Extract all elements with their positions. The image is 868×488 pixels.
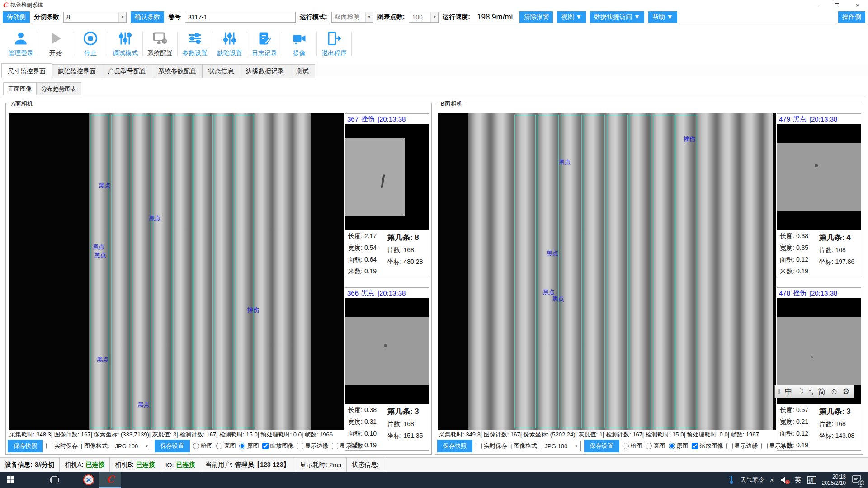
start-button[interactable]: 开始: [39, 30, 72, 57]
camera-a-stats-line: 采集耗时: 348.3ㅤ| 图像计数: 167ㅤ| 像素坐标: (333,713…: [9, 431, 333, 439]
drag-handle-icon[interactable]: ‖: [778, 388, 780, 395]
ime-chinese-mode-button[interactable]: 中: [785, 388, 793, 395]
task-view-button[interactable]: [43, 472, 65, 488]
show-strips-checkbox[interactable]: 显示条数: [332, 442, 363, 450]
defect-settings-button[interactable]: 缺陷设置: [213, 30, 246, 57]
zoom-image-checkbox[interactable]: 缩放图像: [262, 442, 294, 450]
image-format-select[interactable]: JPG 100▼: [542, 441, 581, 451]
close-button[interactable]: ×: [847, 0, 868, 10]
toolbar-divider: [351, 32, 352, 56]
defect-area: 0.12: [796, 430, 808, 437]
snipping-tool-taskbar-button[interactable]: [78, 472, 99, 488]
chart-points-combobox[interactable]: 100 ▼: [409, 12, 439, 23]
show-edge-checkbox[interactable]: 显示边缘: [297, 442, 329, 450]
vision-app-icon: C: [107, 474, 114, 485]
stop-button[interactable]: 停止: [74, 30, 107, 57]
chevron-down-icon[interactable]: ▼: [430, 12, 438, 22]
defect-card[interactable]: 366 黑点 |20:13:38 长度:0.38 宽度:0.31 面积:0.10…: [345, 287, 429, 451]
tab-defect-monitor[interactable]: 缺陷监控界面: [52, 64, 102, 78]
data-quick-access-menu-button[interactable]: 数据快捷访问 ▼: [590, 11, 644, 23]
defect-length: 0.38: [796, 232, 808, 239]
clear-alarm-button[interactable]: 清除报警: [519, 11, 553, 23]
tab-product-model-config[interactable]: 产品型号配置: [102, 64, 152, 78]
view-menu-button[interactable]: 视图 ▼: [557, 11, 586, 23]
weather-text[interactable]: 天气寒冷: [741, 476, 764, 484]
dark-image-radio[interactable]: 暗图: [623, 442, 642, 450]
camera-a-image[interactable]: 黑点 黑点 黑点 黑点 挫伤 黑点 黑点: [9, 113, 344, 430]
tab-edge-data-record[interactable]: 边缘数据记录: [240, 64, 290, 78]
ime-language-indicator[interactable]: 英: [795, 476, 802, 484]
defect-thumbnail: [345, 298, 429, 404]
roll-number-input[interactable]: [185, 12, 296, 23]
tab-distribution-trend-chart[interactable]: 分布趋势图表: [36, 82, 81, 95]
ime-simplified-button[interactable]: 简: [818, 388, 826, 395]
punctuation-mode-button[interactable]: °,: [808, 388, 814, 395]
tab-front-image[interactable]: 正面图像: [3, 82, 37, 95]
tab-test[interactable]: 测试: [290, 64, 315, 78]
image-format-select[interactable]: JPG 100▼: [113, 441, 151, 451]
maximize-button[interactable]: [826, 0, 847, 10]
save-settings-button[interactable]: 保存设置: [155, 440, 190, 452]
slit-count-combobox[interactable]: 8 ▼: [63, 12, 127, 23]
save-snapshot-button[interactable]: 保存快照: [8, 440, 43, 452]
defect-coord: 197.86: [835, 258, 854, 265]
realtime-save-checkbox[interactable]: 实时保存: [46, 442, 78, 450]
defect-type: 黑点: [793, 115, 807, 123]
help-menu-button[interactable]: 帮助 ▼: [648, 11, 677, 23]
tray-expand-chevron[interactable]: ∧: [770, 477, 774, 483]
pinyin-ime-icon[interactable]: 拼: [807, 476, 816, 484]
run-mode-combobox[interactable]: 双面检测 ▼: [331, 12, 373, 23]
param-settings-button[interactable]: 参数设置: [179, 30, 211, 57]
tab-system-param-config[interactable]: 系统参数配置: [152, 64, 203, 78]
volume-muted-icon[interactable]: ×: [780, 476, 789, 484]
camera-a-controls: 保存快照 实时保存 | 图像格式: JPG 100▼ 保存设置 暗图 亮图 原图…: [8, 440, 363, 452]
camera-a-connected: 已连接: [85, 461, 104, 469]
camera-b-image[interactable]: 挫伤 黑点 黑点 黑点 黑点: [438, 113, 776, 430]
drive-side-button[interactable]: 传动侧: [3, 11, 30, 23]
zoom-image-checkbox[interactable]: 缩放图像: [692, 442, 723, 450]
vision-app-taskbar-button[interactable]: C: [99, 472, 121, 488]
log-record-button[interactable]: 日志记录: [248, 30, 281, 57]
exit-program-button[interactable]: 退出程序: [318, 30, 350, 57]
admin-login-button[interactable]: 管理登录: [5, 30, 37, 57]
close-icon: ×: [856, 2, 859, 8]
camera-a-status: 相机A: 已连接: [60, 458, 110, 472]
chevron-down-icon[interactable]: ▼: [118, 12, 126, 22]
camera-b-connected: 已连接: [136, 461, 155, 469]
dark-image-radio[interactable]: 暗图: [193, 442, 213, 450]
save-snapshot-button[interactable]: 保存快照: [437, 440, 472, 452]
original-image-radio[interactable]: 原图: [669, 442, 689, 450]
taskbar-clock[interactable]: 20:13 2025/2/10: [822, 474, 846, 486]
realtime-save-checkbox[interactable]: 实时保存: [476, 442, 507, 450]
toolbar-divider: [142, 32, 143, 56]
defect-card[interactable]: 367 挫伤 |20:13:38 长度:2.17 宽度:0.54 面积:0.64…: [345, 113, 429, 277]
defect-thumbnail: [345, 124, 429, 230]
defect-card[interactable]: 478 挫伤 |20:13:38 长度:0.57 宽度:0.21 面积:0.12…: [777, 287, 861, 451]
bright-image-radio[interactable]: 亮图: [216, 442, 236, 450]
original-image-radio[interactable]: 原图: [239, 442, 259, 450]
defect-pieces: 168: [403, 246, 414, 253]
bright-image-radio[interactable]: 亮图: [646, 442, 665, 450]
save-settings-button[interactable]: 保存设置: [584, 440, 619, 452]
ime-language-bar[interactable]: ‖ 中 ☽ °, 简 ☺ ⚙: [774, 385, 854, 398]
show-edge-checkbox[interactable]: 显示边缘: [726, 442, 758, 450]
moon-icon[interactable]: ☽: [797, 388, 804, 395]
chevron-down-icon[interactable]: ▼: [365, 12, 373, 22]
gear-icon[interactable]: ⚙: [843, 388, 849, 395]
minimize-button[interactable]: [806, 0, 826, 10]
sub-tab-bar: 正面图像 分布趋势图表: [1, 83, 867, 95]
capture-image-button[interactable]: 提像: [283, 30, 316, 57]
tab-size-monitor[interactable]: 尺寸监控界面: [1, 63, 52, 78]
system-config-button[interactable]: 系统配置: [144, 30, 176, 57]
log-record-label: 日志记录: [252, 49, 277, 57]
tab-status-info[interactable]: 状态信息: [202, 64, 240, 78]
confirm-count-button[interactable]: 确认条数: [131, 11, 164, 23]
show-strips-checkbox[interactable]: 显示条数: [761, 442, 793, 450]
operate-side-button[interactable]: 操作侧: [838, 11, 865, 23]
emoji-icon[interactable]: ☺: [830, 388, 838, 395]
start-button[interactable]: [0, 472, 22, 488]
debug-mode-button[interactable]: 调试模式: [109, 30, 142, 57]
defect-card[interactable]: 479 黑点 |20:13:38 长度:0.38 宽度:0.35 面积:0.12…: [777, 113, 861, 277]
taskbar-tray: 天气寒冷 ∧ × 英 拼 20:13 2025/2/10 6: [728, 474, 868, 486]
action-center-button[interactable]: 6: [852, 474, 863, 485]
